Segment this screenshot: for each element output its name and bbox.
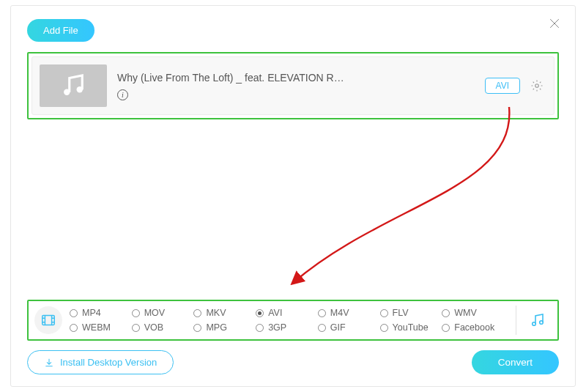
- format-option-mkv[interactable]: MKV: [193, 308, 253, 318]
- format-option-wmv[interactable]: WMV: [442, 308, 501, 318]
- radio-icon: [193, 324, 201, 332]
- radio-icon: [132, 309, 140, 317]
- format-label: MP4: [82, 308, 101, 318]
- format-label: MKV: [206, 308, 226, 318]
- format-grid: MP4MOVMKVAVIM4VFLVWMVWEBMVOBMPG3GPGIFYou…: [62, 306, 508, 334]
- svg-point-1: [77, 86, 83, 92]
- radio-icon: [70, 309, 78, 317]
- svg-point-5: [540, 321, 544, 325]
- bottom-bar: Install Desktop Version Convert: [27, 350, 559, 374]
- file-row: Why (Live From The Loft) _ feat. ELEVATI…: [31, 56, 555, 115]
- file-thumbnail: [40, 64, 107, 107]
- radio-icon: [442, 309, 450, 317]
- format-label: WMV: [454, 308, 477, 318]
- install-label: Install Desktop Version: [60, 357, 157, 368]
- format-label: VOB: [144, 322, 163, 333]
- format-label: MPG: [206, 322, 226, 333]
- file-list-panel: Why (Live From The Loft) _ feat. ELEVATI…: [27, 52, 559, 119]
- format-option-3gp[interactable]: 3GP: [256, 322, 315, 333]
- format-label: AVI: [268, 308, 282, 318]
- radio-icon: [318, 324, 326, 332]
- format-label: 3GP: [268, 322, 286, 333]
- radio-icon: [193, 309, 201, 317]
- svg-point-2: [535, 84, 539, 88]
- info-icon[interactable]: i: [117, 89, 128, 100]
- output-format-badge[interactable]: AVI: [485, 78, 520, 94]
- annotation-arrow: [253, 101, 524, 306]
- svg-point-0: [64, 89, 70, 95]
- svg-point-4: [533, 322, 536, 326]
- format-option-avi[interactable]: AVI: [256, 308, 315, 318]
- radio-icon: [380, 324, 388, 332]
- format-label: YouTube: [393, 322, 429, 333]
- format-label: FLV: [393, 308, 409, 318]
- format-option-mpg[interactable]: MPG: [193, 322, 253, 333]
- divider: [516, 306, 516, 335]
- video-tab-icon[interactable]: [34, 306, 62, 334]
- install-desktop-button[interactable]: Install Desktop Version: [27, 350, 174, 374]
- radio-icon: [70, 324, 78, 332]
- convert-button[interactable]: Convert: [472, 350, 559, 374]
- format-label: WEBM: [82, 322, 111, 333]
- radio-icon: [256, 309, 264, 317]
- format-selector-panel: MP4MOVMKVAVIM4VFLVWMVWEBMVOBMPG3GPGIFYou…: [27, 300, 559, 341]
- format-option-webm[interactable]: WEBM: [70, 322, 129, 333]
- format-option-facebook[interactable]: Facebook: [442, 322, 501, 333]
- radio-icon: [256, 324, 264, 332]
- format-label: M4V: [330, 308, 349, 318]
- gear-icon[interactable]: [530, 79, 544, 92]
- format-option-mov[interactable]: MOV: [132, 308, 191, 318]
- file-meta: Why (Live From The Loft) _ feat. ELEVATI…: [117, 72, 475, 100]
- svg-rect-3: [42, 316, 55, 325]
- download-icon: [44, 358, 54, 368]
- radio-icon: [132, 324, 140, 332]
- format-label: Facebook: [454, 322, 494, 333]
- radio-icon: [442, 324, 450, 332]
- format-option-flv[interactable]: FLV: [380, 308, 440, 318]
- audio-tab-icon[interactable]: [524, 306, 552, 334]
- app-window: Add File Why (Live From The Loft) _ feat…: [10, 5, 576, 387]
- format-option-vob[interactable]: VOB: [132, 322, 191, 333]
- format-label: MOV: [144, 308, 165, 318]
- format-option-youtube[interactable]: YouTube: [380, 322, 440, 333]
- format-option-gif[interactable]: GIF: [318, 322, 377, 333]
- file-title: Why (Live From The Loft) _ feat. ELEVATI…: [117, 72, 475, 84]
- radio-icon: [380, 309, 388, 317]
- close-icon[interactable]: [547, 16, 562, 31]
- radio-icon: [318, 309, 326, 317]
- format-option-m4v[interactable]: M4V: [318, 308, 377, 318]
- format-option-mp4[interactable]: MP4: [70, 308, 129, 318]
- format-label: GIF: [330, 322, 346, 333]
- add-file-button[interactable]: Add File: [27, 19, 94, 42]
